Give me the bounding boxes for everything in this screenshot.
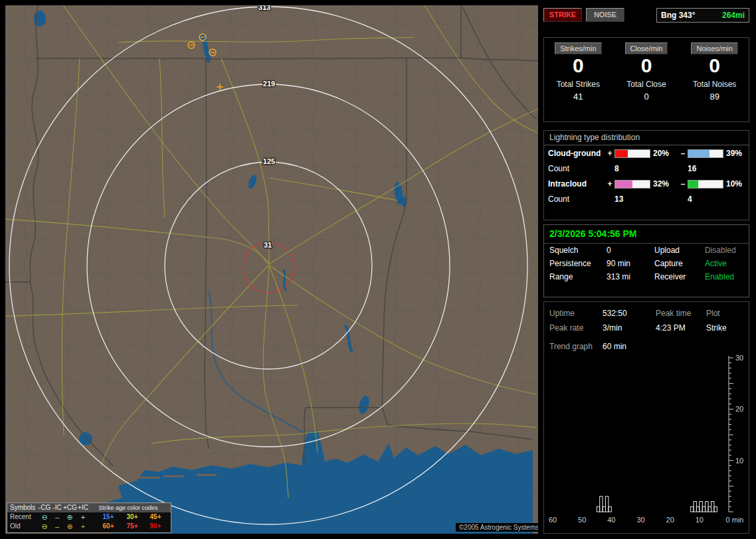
total-strikes-label: Total Strikes bbox=[557, 80, 600, 89]
bearing-distance: 264mi bbox=[722, 11, 745, 20]
upload-value: Disabled bbox=[705, 246, 751, 255]
top-controls: STRIKE NOISE Bng 343° 264mi bbox=[543, 8, 751, 25]
trend-bar bbox=[600, 497, 603, 512]
ic-minus-bar bbox=[688, 180, 723, 189]
count-label: Count bbox=[548, 164, 605, 173]
x-tick-label: 40 bbox=[607, 516, 615, 524]
legend-symbols-header: Symbols bbox=[7, 503, 38, 512]
cg-plus-pct: 20% bbox=[650, 149, 678, 158]
trend-bar bbox=[603, 506, 605, 512]
circle-plus-icon: ⊕ bbox=[63, 512, 76, 522]
capture-label: Capture bbox=[654, 259, 705, 268]
close-per-min-value: 0 bbox=[641, 56, 652, 76]
legend-row-old: Old ⊖ – ⊕ + 60+ 75+ 90+ bbox=[7, 522, 171, 531]
close-per-min-label: Close/min bbox=[625, 42, 668, 54]
cloud-ground-label: Cloud-ground bbox=[548, 149, 605, 158]
map-legend: Symbols -CG -IC +CG +IC Strike age color… bbox=[7, 502, 171, 533]
datetime-display: 2/3/2026 5:04:56 PM bbox=[544, 225, 749, 244]
noises-per-min-value: 0 bbox=[709, 56, 720, 76]
status-row: Persistence 90 min Capture Active bbox=[544, 257, 749, 270]
plus-sign: + bbox=[605, 179, 614, 189]
x-tick-label: 30 bbox=[636, 516, 644, 524]
strikes-per-min-value: 0 bbox=[573, 56, 584, 76]
cloud-ground-row: Cloud-ground + 20% – 39% bbox=[544, 145, 749, 161]
legend-header: Symbols -CG -IC +CG +IC Strike age color… bbox=[7, 503, 171, 512]
ic-minus-count: 4 bbox=[688, 194, 723, 204]
total-noises-label: Total Noises bbox=[693, 80, 736, 89]
age-code: 45+ bbox=[144, 512, 167, 522]
ring-label-313: 313 bbox=[258, 5, 270, 11]
trend-graph: 1020306050403020100 min bbox=[545, 352, 750, 533]
total-noises-value: 89 bbox=[709, 92, 719, 102]
distribution-panel: Lightning type distribution Cloud-ground… bbox=[543, 130, 749, 220]
minus-icon: – bbox=[51, 522, 63, 531]
x-tick-label: 0 min bbox=[726, 516, 744, 524]
peak-rate-label: Peak rate bbox=[549, 323, 603, 333]
trend-bar bbox=[694, 502, 696, 512]
age-code: 75+ bbox=[120, 522, 144, 531]
trend-bar bbox=[702, 506, 705, 512]
range-label: Range bbox=[549, 272, 607, 281]
plot-label: Plot bbox=[706, 309, 750, 318]
noise-button[interactable]: NOISE bbox=[586, 8, 624, 22]
stats-row: Trend graph 60 min bbox=[544, 339, 749, 354]
status-row: Range 313 mi Receiver Enabled bbox=[544, 270, 749, 283]
close-counter: Close/min 0 Total Close 0 bbox=[613, 38, 681, 121]
total-strikes-value: 41 bbox=[573, 92, 583, 102]
barrier-island bbox=[197, 474, 217, 476]
peak-time-value: 4:23 PM bbox=[656, 323, 706, 333]
cg-plus-bar bbox=[614, 149, 650, 158]
cg-minus-pct: 39% bbox=[723, 149, 751, 158]
intracloud-label: Intracloud bbox=[548, 179, 605, 189]
trend-bar bbox=[696, 506, 699, 512]
barrier-island bbox=[163, 475, 183, 477]
trend-bar bbox=[606, 497, 609, 512]
total-close-value: 0 bbox=[644, 92, 648, 102]
age-code: 30+ bbox=[120, 512, 144, 522]
y-tick-label: 30 bbox=[735, 354, 743, 362]
trend-bar bbox=[700, 502, 702, 512]
ic-minus-pct: 10% bbox=[723, 179, 751, 189]
ic-plus-bar bbox=[614, 180, 650, 189]
ring-label-219: 219 bbox=[263, 80, 275, 88]
app-window: 313 219 125 31 Symbols -CG -IC +CG +IC S… bbox=[0, 0, 756, 539]
bearing-display: Bng 343° 264mi bbox=[656, 8, 749, 23]
persistence-label: Persistence bbox=[549, 259, 607, 268]
y-tick-label: 20 bbox=[735, 405, 743, 413]
plus-sign: + bbox=[605, 149, 614, 158]
ring-label-31: 31 bbox=[264, 241, 272, 249]
copyright-label: ©2005 Astrogenic Systems bbox=[456, 523, 538, 532]
trend-bar bbox=[609, 506, 611, 512]
circle-minus-icon: ⊖ bbox=[38, 512, 51, 522]
status-row: Squelch 0 Upload Disabled bbox=[544, 244, 749, 257]
cloud-ground-count-row: Count 8 16 bbox=[544, 161, 749, 176]
x-tick-label: 50 bbox=[578, 516, 586, 524]
count-label: Count bbox=[548, 194, 605, 204]
counters-panel: Strikes/min 0 Total Strikes 41 Close/min… bbox=[543, 37, 749, 122]
minus-icon: – bbox=[51, 512, 63, 522]
minus-sign: – bbox=[678, 179, 688, 189]
bearing-label: Bng 343° bbox=[661, 11, 695, 20]
peak-time-label: Peak time bbox=[656, 309, 706, 318]
noises-per-min-label: Noises/min bbox=[691, 42, 737, 54]
cg-plus-count: 8 bbox=[614, 164, 650, 173]
legend-row-label: Recent bbox=[7, 512, 38, 522]
trend-graph-label: Trend graph bbox=[549, 342, 603, 351]
plot-value: Strike bbox=[706, 323, 750, 333]
ic-plus-pct: 32% bbox=[650, 179, 678, 189]
circle-plus-icon: ⊕ bbox=[63, 522, 76, 531]
trend-graph-value: 60 min bbox=[603, 342, 656, 351]
legend-row-label: Old bbox=[7, 522, 38, 531]
map-view[interactable]: 313 219 125 31 Symbols -CG -IC +CG +IC S… bbox=[5, 5, 538, 534]
legend-col--cg: -CG bbox=[38, 503, 51, 512]
strike-button[interactable]: STRIKE bbox=[543, 8, 582, 22]
lake bbox=[79, 432, 92, 445]
distribution-title: Lightning type distribution bbox=[544, 131, 749, 145]
trend-bar bbox=[711, 502, 714, 512]
squelch-label: Squelch bbox=[549, 246, 607, 255]
legend-col-+ic: +IC bbox=[76, 503, 90, 512]
strikes-counter: Strikes/min 0 Total Strikes 41 bbox=[544, 38, 613, 121]
x-tick-label: 20 bbox=[666, 516, 674, 524]
status-panel: 2/3/2026 5:04:56 PM Squelch 0 Upload Dis… bbox=[543, 224, 749, 297]
trend-bar bbox=[708, 506, 711, 512]
